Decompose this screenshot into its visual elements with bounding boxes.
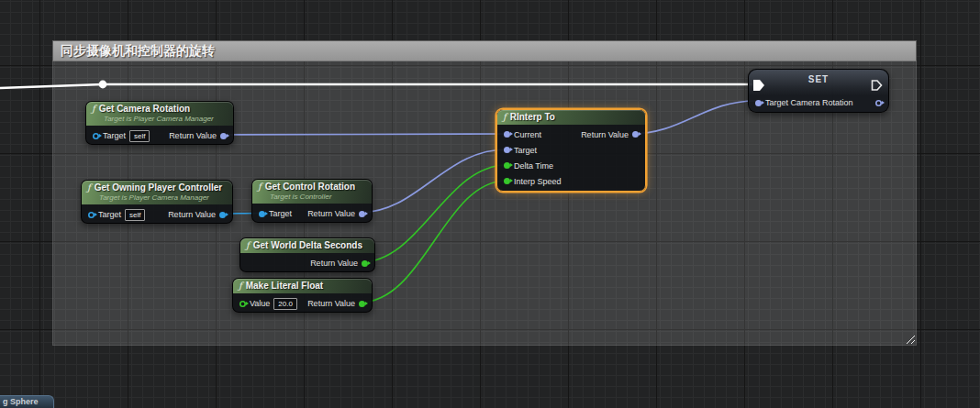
value-input-pin[interactable] xyxy=(239,301,246,307)
node-header: ƒ RInterp To xyxy=(497,110,645,125)
node-get-owning-player-controller[interactable]: ƒ Get Owning Player Controller Target is… xyxy=(81,180,233,224)
self-literal[interactable]: self xyxy=(125,209,145,221)
graph-tab-label: g Sphere xyxy=(3,397,39,406)
function-icon: ƒ xyxy=(92,104,95,115)
wire-rinterp-to-set xyxy=(630,101,756,134)
return-value-output-pin[interactable] xyxy=(632,131,639,138)
wire-camera-rotation-to-current xyxy=(219,134,507,135)
blueprint-graph-canvas[interactable]: 同步摄像机和控制器的旋转 ƒ Get Camera Rotation Targe… xyxy=(0,0,980,408)
pin-label: Current xyxy=(514,130,541,139)
wire-control-rotation-to-target xyxy=(360,149,507,213)
current-input-pin[interactable] xyxy=(504,131,510,138)
return-value-output-pin[interactable] xyxy=(220,133,227,139)
pin-label: Target xyxy=(98,210,121,219)
pin-label: Target Camera Rotation xyxy=(765,98,853,107)
node-get-camera-rotation[interactable]: ƒ Get Camera Rotation Target is Player C… xyxy=(85,101,234,145)
interp-speed-input-pin[interactable] xyxy=(504,178,510,184)
exec-input-pin[interactable] xyxy=(753,80,765,91)
node-header: ƒ Make Literal Float xyxy=(233,279,372,293)
pin-label: Return Value xyxy=(307,299,355,308)
pin-label: Return Value xyxy=(169,131,217,140)
pin-label: Return Value xyxy=(310,259,358,268)
node-title: Get World Delta Seconds xyxy=(253,240,362,251)
set-node-title: SET xyxy=(749,74,888,84)
node-rinterp-to[interactable]: ƒ RInterp To Current Return Value Target xyxy=(496,109,646,192)
node-header: ƒ Get Camera Rotation Target is Player C… xyxy=(86,102,233,126)
node-get-world-delta-seconds[interactable]: ƒ Get World Delta Seconds Return Value xyxy=(239,237,375,272)
function-icon: ƒ xyxy=(239,281,242,292)
node-title: Get Owning Player Controller xyxy=(95,182,222,193)
reroute-node[interactable] xyxy=(99,81,107,89)
node-title: Make Literal Float xyxy=(246,281,323,292)
node-subtitle: Target is Controller xyxy=(270,193,366,202)
pin-label: Return Value xyxy=(581,130,629,139)
self-literal[interactable]: self xyxy=(129,130,150,142)
variable-output-pin[interactable] xyxy=(875,100,882,106)
wire-literal-float-to-interp-speed xyxy=(360,181,507,303)
exec-output-pin[interactable] xyxy=(871,80,883,91)
node-make-literal-float[interactable]: ƒ Make Literal Float Value 20.0 Return V… xyxy=(232,278,373,313)
node-title: Get Control Rotation xyxy=(265,182,355,193)
node-header: ƒ Get World Delta Seconds xyxy=(240,238,374,253)
target-input-pin[interactable] xyxy=(504,147,510,153)
node-set-target-camera-rotation[interactable]: SET Target Camera Rotation xyxy=(748,69,889,113)
function-icon: ƒ xyxy=(87,182,91,193)
node-get-control-rotation[interactable]: ƒ Get Control Rotation Target is Control… xyxy=(251,179,373,223)
target-input-pin[interactable] xyxy=(259,211,265,217)
exec-wire xyxy=(0,84,752,88)
graph-tab[interactable]: g Sphere xyxy=(0,395,54,408)
node-header: ƒ Get Owning Player Controller Target is… xyxy=(82,181,232,204)
return-value-output-pin[interactable] xyxy=(362,260,368,267)
function-icon: ƒ xyxy=(258,182,262,193)
variable-input-pin[interactable] xyxy=(755,100,762,106)
pin-label: Target xyxy=(514,146,537,155)
return-value-output-pin[interactable] xyxy=(219,212,226,218)
delta-time-input-pin[interactable] xyxy=(504,162,510,169)
node-subtitle: Target is Player Camera Manager xyxy=(104,115,228,124)
pin-label: Target xyxy=(103,131,126,140)
pin-label: Interp Speed xyxy=(514,177,562,186)
return-value-output-pin[interactable] xyxy=(359,301,365,307)
function-icon: ƒ xyxy=(246,240,250,251)
target-input-pin[interactable] xyxy=(93,133,99,139)
node-title: Get Camera Rotation xyxy=(99,104,190,115)
pin-label: Return Value xyxy=(307,209,355,218)
function-icon: ƒ xyxy=(503,112,507,123)
target-input-pin[interactable] xyxy=(88,212,95,218)
return-value-output-pin[interactable] xyxy=(359,211,365,217)
pin-label: Delta Time xyxy=(514,161,553,171)
value-literal-field[interactable]: 20.0 xyxy=(273,298,297,310)
node-subtitle: Target is Player Camera Manager xyxy=(99,193,227,203)
pin-label: Value xyxy=(250,299,270,308)
node-title: RInterp To xyxy=(510,112,555,123)
node-header: ƒ Get Control Rotation Target is Control… xyxy=(252,180,372,204)
pin-label: Target xyxy=(269,209,292,218)
pin-label: Return Value xyxy=(168,210,216,219)
